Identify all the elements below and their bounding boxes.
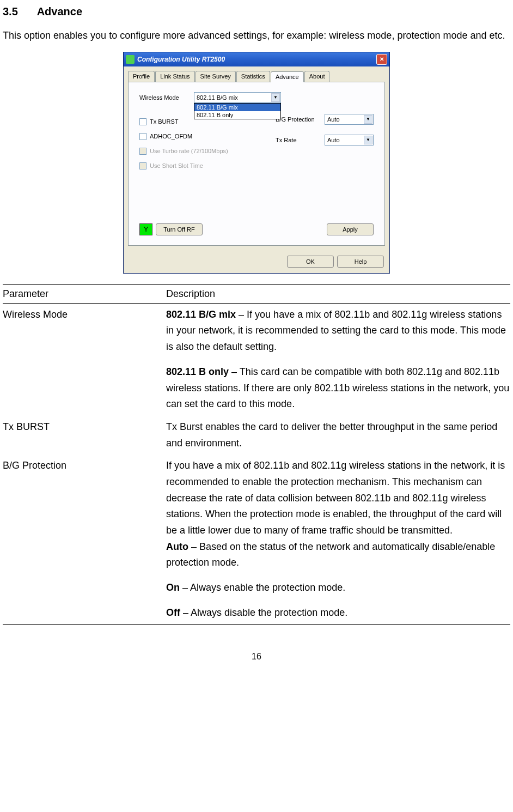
config-dialog: Configuration Utility RT2500 ✕ Profile L… (123, 52, 390, 274)
slot-checkbox (139, 162, 146, 169)
adhoc-checkbox[interactable] (139, 133, 146, 140)
button-row: Y Turn Off RF Apply (139, 223, 374, 235)
slot-label: Use Short Slot Time (150, 162, 203, 169)
tab-advance[interactable]: Advance (271, 71, 304, 82)
bg-protection-combo[interactable]: Auto ▼ (325, 114, 374, 125)
turbo-label: Use Turbo rate (72/100Mbps) (150, 148, 228, 154)
table-header-description: Description (166, 284, 510, 303)
app-icon (126, 55, 135, 64)
tx-rate-combo[interactable]: Auto ▼ (325, 135, 374, 146)
desc-text: Tx Burst enables the card to deliver the… (166, 419, 510, 451)
bold-text: Off (166, 607, 180, 618)
turbo-checkbox (139, 148, 146, 155)
antenna-icon: Y (139, 223, 152, 235)
close-icon[interactable]: ✕ (376, 54, 387, 65)
bold-text: 802.11 B only (166, 366, 229, 377)
tab-content: Wireless Mode 802.11 B/G mix ▼ 802.11 B/… (128, 82, 385, 246)
table-header-parameter: Parameter (3, 284, 166, 303)
desc-text: If you have a mix of 802.11b and 802.11g… (166, 458, 510, 538)
tx-rate-label: Tx Rate (276, 137, 325, 143)
bold-text: Auto (166, 541, 188, 552)
adhoc-label: ADHOC_OFDM (150, 133, 192, 140)
tab-profile[interactable]: Profile (128, 71, 155, 82)
dialog-body: Profile Link Status Site Survey Statisti… (124, 66, 389, 250)
turn-off-rf-button[interactable]: Turn Off RF (156, 223, 203, 235)
table-row: B/G Protection If you have a mix of 802.… (3, 455, 510, 625)
table-row: Wireless Mode 802.11 B/G mix – If you ha… (3, 303, 510, 416)
dropdown-option-bonly[interactable]: 802.11 B only (194, 111, 280, 119)
desc-wireless-mode: 802.11 B/G mix – If you have a mix of 80… (166, 303, 510, 416)
screenshot-container: Configuration Utility RT2500 ✕ Profile L… (3, 52, 510, 274)
tab-strip: Profile Link Status Site Survey Statisti… (128, 71, 385, 82)
window-title: Configuration Utility RT2500 (137, 56, 376, 63)
bg-protection-label: B/G Protection (276, 116, 325, 123)
bold-text: 802.11 B/G mix (166, 309, 236, 320)
intro-paragraph: This option enables you to configure mor… (3, 28, 510, 44)
tab-site-survey[interactable]: Site Survey (196, 71, 236, 82)
bold-text: On (166, 582, 180, 593)
tab-about[interactable]: About (304, 71, 330, 82)
param-bg-protection: B/G Protection (3, 455, 166, 625)
title-bar: Configuration Utility RT2500 ✕ (124, 52, 389, 66)
bg-protection-row: B/G Protection Auto ▼ (276, 114, 374, 125)
wireless-mode-label: Wireless Mode (139, 94, 194, 101)
dropdown-option-mix[interactable]: 802.11 B/G mix (194, 104, 280, 111)
tx-rate-row: Tx Rate Auto ▼ (276, 135, 374, 146)
tab-link-status[interactable]: Link Status (155, 71, 194, 82)
wireless-mode-value: 802.11 B/G mix (197, 94, 238, 101)
param-wireless-mode: Wireless Mode (3, 303, 166, 416)
apply-button[interactable]: Apply (327, 223, 374, 235)
tx-burst-label: Tx BURST (150, 118, 179, 125)
help-button[interactable]: Help (337, 256, 384, 268)
dialog-footer: OK Help (124, 250, 389, 273)
right-controls: B/G Protection Auto ▼ Tx Rate Auto ▼ (276, 92, 374, 155)
tx-rate-value: Auto (327, 137, 340, 143)
desc-bg-protection: If you have a mix of 802.11b and 802.11g… (166, 455, 510, 625)
desc-text: – Always disable the protection mode. (180, 607, 347, 618)
wireless-mode-dropdown: 802.11 B/G mix 802.11 B only (194, 103, 281, 119)
table-row: Tx BURST Tx Burst enables the card to de… (3, 416, 510, 455)
desc-text: – Always enable the protection mode. (180, 582, 345, 593)
section-number: 3.5 (3, 5, 18, 18)
ok-button[interactable]: OK (287, 256, 334, 268)
rf-group: Y Turn Off RF (139, 223, 203, 235)
chevron-down-icon: ▼ (364, 115, 372, 124)
parameter-table: Parameter Description Wireless Mode 802.… (3, 284, 510, 625)
param-tx-burst: Tx BURST (3, 416, 166, 455)
wireless-mode-combo[interactable]: 802.11 B/G mix ▼ (194, 92, 281, 103)
tx-burst-checkbox[interactable] (139, 118, 146, 125)
desc-tx-burst: Tx Burst enables the card to deliver the… (166, 416, 510, 455)
desc-text: – Based on the status of the network and… (166, 541, 495, 568)
bg-protection-value: Auto (327, 116, 340, 123)
page-number: 16 (3, 652, 510, 662)
section-header: 3.5 Advance (3, 5, 510, 18)
tab-statistics[interactable]: Statistics (236, 71, 270, 82)
chevron-down-icon: ▼ (364, 136, 372, 144)
slot-row: Use Short Slot Time (139, 162, 374, 169)
section-title: Advance (37, 5, 82, 17)
